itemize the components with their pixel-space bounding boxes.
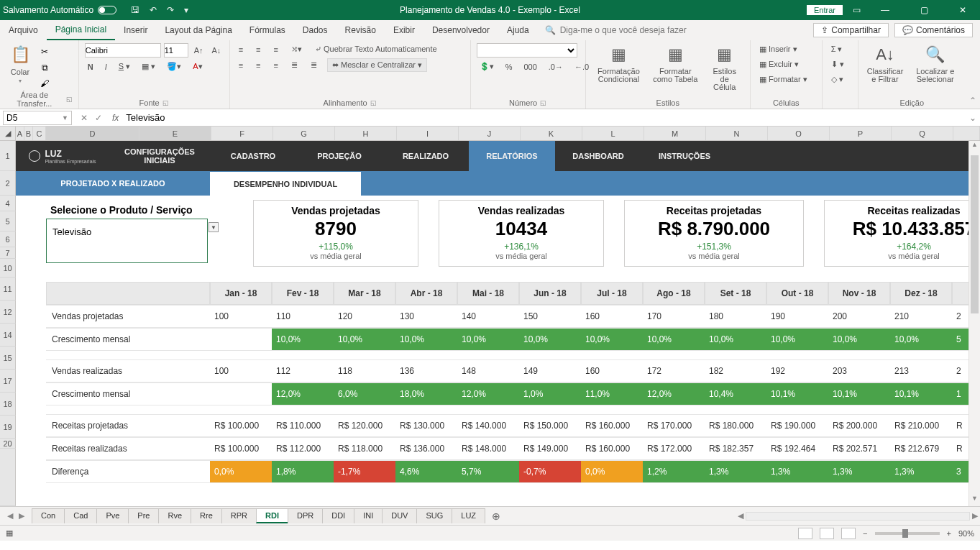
- data-cell[interactable]: 213: [890, 359, 952, 382]
- sheet-tab-dpr[interactable]: DPR: [288, 508, 323, 523]
- number-format-select[interactable]: [477, 43, 577, 58]
- dialog-launcher-icon[interactable]: ◱: [370, 99, 377, 106]
- data-cell[interactable]: 10,0%: [272, 328, 334, 351]
- font-name-input[interactable]: [85, 43, 161, 58]
- dialog-launcher-icon[interactable]: ◱: [540, 99, 546, 106]
- menu-tab-página-inicial[interactable]: Página Inicial: [47, 20, 115, 40]
- data-cell[interactable]: 10,0%: [766, 328, 828, 351]
- data-cell[interactable]: 140: [457, 305, 519, 328]
- data-cell[interactable]: 6,0%: [334, 382, 395, 405]
- col-header-P[interactable]: P: [830, 127, 892, 140]
- dropdown-icon[interactable]: ▼: [209, 222, 219, 232]
- data-cell[interactable]: 11,0%: [581, 382, 643, 405]
- col-header-Q[interactable]: Q: [892, 127, 953, 140]
- comments-button[interactable]: 💬Comentários: [894, 23, 973, 37]
- data-cell[interactable]: 1,8%: [272, 460, 334, 483]
- col-header-C[interactable]: C: [33, 127, 46, 140]
- font-color-icon[interactable]: A▾: [190, 60, 205, 73]
- data-cell[interactable]: 10,1%: [766, 382, 828, 405]
- data-cell[interactable]: 112: [272, 359, 334, 382]
- data-cell[interactable]: R$ 192.464: [766, 437, 828, 460]
- bold-icon[interactable]: N: [85, 61, 96, 73]
- data-cell[interactable]: R$ 112.000: [272, 437, 334, 460]
- insert-cells-button[interactable]: ▦ Inserir ▾: [756, 43, 816, 55]
- nav-relatórios[interactable]: RELATÓRIOS: [469, 141, 555, 171]
- normal-view-icon[interactable]: [798, 528, 812, 539]
- data-cell[interactable]: 172: [643, 359, 705, 382]
- col-header-A[interactable]: A: [16, 127, 24, 140]
- sheet-tab-con[interactable]: Con: [32, 508, 65, 523]
- data-cell[interactable]: 10,0%: [457, 328, 519, 351]
- data-cell[interactable]: R$ 100.000: [210, 414, 272, 437]
- menu-tab-layout-da-página[interactable]: Layout da Página: [156, 20, 240, 40]
- fill-icon[interactable]: ⬇ ▾: [828, 58, 852, 70]
- expand-formula-icon[interactable]: ⌄: [966, 113, 980, 123]
- ribbon-display-icon[interactable]: ▭: [853, 5, 861, 15]
- col-header-K[interactable]: K: [521, 127, 582, 140]
- tell-me-search[interactable]: 🔍Diga-me o que você deseja fazer: [545, 25, 687, 35]
- sheet-tab-duv[interactable]: DUV: [382, 508, 417, 523]
- align-top-icon[interactable]: ≡: [236, 44, 246, 55]
- data-cell[interactable]: 1,3%: [766, 460, 828, 483]
- toggle-off-icon[interactable]: [98, 6, 116, 14]
- collapse-ribbon-icon[interactable]: ⌃: [966, 40, 980, 109]
- wrap-text-button[interactable]: ⤶ Quebrar Texto Automaticamente: [312, 43, 440, 55]
- data-cell[interactable]: 182: [705, 359, 766, 382]
- menu-tab-dados[interactable]: Dados: [294, 20, 336, 40]
- row-header-4[interactable]: 4: [0, 196, 16, 211]
- data-cell[interactable]: 12,0%: [643, 382, 705, 405]
- data-cell[interactable]: 10,0%: [890, 328, 952, 351]
- increase-font-icon[interactable]: A↑: [191, 45, 206, 56]
- zoom-slider[interactable]: [875, 532, 940, 535]
- data-cell[interactable]: 1,2%: [643, 460, 705, 483]
- scroll-thumb[interactable]: [971, 155, 979, 313]
- data-cell[interactable]: R$ 182.357: [705, 437, 766, 460]
- data-cell[interactable]: 1,3%: [890, 460, 952, 483]
- data-cell[interactable]: 0,0%: [581, 460, 643, 483]
- row-header-6[interactable]: 6: [0, 232, 16, 247]
- menu-tab-exibir[interactable]: Exibir: [385, 20, 423, 40]
- sheet-tab-ini[interactable]: INI: [354, 508, 383, 523]
- data-cell[interactable]: [210, 328, 272, 351]
- col-header-E[interactable]: E: [139, 127, 211, 140]
- format-as-table-button[interactable]: ▦Formatar como Tabela: [650, 43, 700, 83]
- clear-icon[interactable]: ◇ ▾: [828, 73, 852, 86]
- italic-icon[interactable]: I: [102, 61, 110, 73]
- maximize-icon[interactable]: ▢: [910, 5, 938, 15]
- tab-scroll-right-icon[interactable]: ▶: [19, 511, 24, 521]
- data-cell[interactable]: R$ 210.000: [890, 414, 952, 437]
- data-cell[interactable]: R$ 172.000: [643, 437, 705, 460]
- data-cell[interactable]: 18,0%: [395, 382, 457, 405]
- data-cell[interactable]: 10,0%: [519, 328, 581, 351]
- scroll-down-icon[interactable]: ▼: [969, 495, 980, 506]
- horizontal-scrollbar[interactable]: ◀▶: [736, 512, 980, 521]
- row-header-7[interactable]: 7: [0, 247, 16, 259]
- sheet-tab-luz[interactable]: LUZ: [452, 508, 485, 523]
- data-cell[interactable]: 180: [705, 305, 766, 328]
- data-cell[interactable]: 148: [457, 359, 519, 382]
- col-header-L[interactable]: L: [582, 127, 644, 140]
- name-box[interactable]: D5▼: [3, 111, 72, 125]
- data-cell[interactable]: [210, 382, 272, 405]
- data-cell[interactable]: R$ 100.000: [210, 437, 272, 460]
- fx-icon[interactable]: fx: [108, 113, 123, 123]
- page-break-view-icon[interactable]: [841, 528, 856, 539]
- nav-realizado[interactable]: REALIZADO: [383, 141, 469, 171]
- subnav-projetado[interactable]: PROJETADO X REALIZADO: [16, 171, 210, 196]
- data-cell[interactable]: 1,3%: [705, 460, 766, 483]
- data-cell[interactable]: R$ 130.000: [395, 414, 457, 437]
- scroll-up-icon[interactable]: ▲: [969, 141, 980, 152]
- data-cell[interactable]: R$ 120.000: [334, 414, 395, 437]
- data-cell[interactable]: 4,6%: [395, 460, 457, 483]
- fill-color-icon[interactable]: 🪣▾: [164, 60, 184, 73]
- data-cell[interactable]: 100: [210, 359, 272, 382]
- sheet-tab-rve[interactable]: Rve: [158, 508, 191, 523]
- vertical-scrollbar[interactable]: ▲ ▼: [968, 141, 980, 506]
- data-cell[interactable]: 10,1%: [828, 382, 890, 405]
- menu-tab-desenvolvedor[interactable]: Desenvolvedor: [423, 20, 498, 40]
- sheet-tab-rre[interactable]: Rre: [191, 508, 222, 523]
- data-cell[interactable]: 190: [766, 305, 828, 328]
- col-header-F[interactable]: F: [211, 127, 273, 140]
- comma-icon[interactable]: 000: [521, 61, 539, 73]
- data-cell[interactable]: 10,1%: [890, 382, 952, 405]
